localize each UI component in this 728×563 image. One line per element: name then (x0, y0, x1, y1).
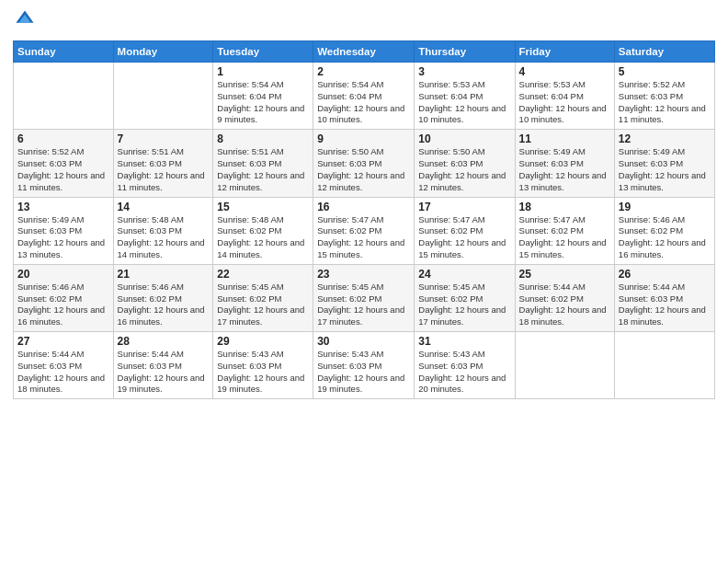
header-tuesday: Tuesday (213, 41, 313, 63)
day-number: 9 (317, 132, 410, 145)
day-number: 30 (317, 335, 410, 348)
day-info: Sunrise: 5:46 AM Sunset: 6:02 PM Dayligh… (118, 282, 210, 328)
day-info: Sunrise: 5:51 AM Sunset: 6:03 PM Dayligh… (118, 146, 210, 193)
calendar-cell: 16Sunrise: 5:47 AM Sunset: 6:02 PM Dayli… (313, 197, 415, 264)
day-number: 6 (17, 132, 109, 145)
header-saturday: Saturday (614, 41, 714, 63)
header-friday: Friday (515, 41, 614, 63)
calendar-cell: 26Sunrise: 5:44 AM Sunset: 6:03 PM Dayli… (614, 264, 714, 331)
calendar-cell: 25Sunrise: 5:44 AM Sunset: 6:02 PM Dayli… (515, 264, 614, 331)
calendar-cell: 21Sunrise: 5:46 AM Sunset: 6:02 PM Dayli… (113, 264, 213, 331)
day-number: 23 (317, 268, 410, 281)
calendar-cell: 31Sunrise: 5:43 AM Sunset: 6:03 PM Dayli… (415, 332, 515, 399)
day-info: Sunrise: 5:48 AM Sunset: 6:02 PM Dayligh… (217, 214, 309, 261)
logo (13, 9, 37, 33)
day-info: Sunrise: 5:50 AM Sunset: 6:03 PM Dayligh… (418, 146, 510, 193)
day-info: Sunrise: 5:54 AM Sunset: 6:04 PM Dayligh… (317, 79, 410, 126)
day-info: Sunrise: 5:45 AM Sunset: 6:02 PM Dayligh… (217, 282, 309, 328)
day-number: 17 (418, 201, 510, 213)
calendar-header-row: SundayMondayTuesdayWednesdayThursdayFrid… (14, 41, 715, 63)
day-info: Sunrise: 5:49 AM Sunset: 6:03 PM Dayligh… (619, 146, 711, 193)
calendar-cell: 23Sunrise: 5:45 AM Sunset: 6:02 PM Dayli… (313, 264, 415, 331)
day-number: 1 (217, 65, 309, 78)
calendar-cell (515, 332, 614, 399)
header-wednesday: Wednesday (313, 41, 415, 63)
day-number: 25 (519, 268, 610, 281)
day-info: Sunrise: 5:44 AM Sunset: 6:03 PM Dayligh… (619, 282, 711, 328)
calendar-cell: 30Sunrise: 5:43 AM Sunset: 6:03 PM Dayli… (313, 332, 415, 399)
day-number: 31 (418, 335, 510, 348)
day-number: 11 (519, 132, 610, 145)
calendar-cell: 13Sunrise: 5:49 AM Sunset: 6:03 PM Dayli… (14, 197, 114, 264)
calendar-week-2: 6Sunrise: 5:52 AM Sunset: 6:03 PM Daylig… (14, 130, 715, 197)
page-header (13, 9, 715, 33)
calendar-cell: 1Sunrise: 5:54 AM Sunset: 6:04 PM Daylig… (213, 63, 313, 130)
day-info: Sunrise: 5:47 AM Sunset: 6:02 PM Dayligh… (519, 214, 610, 261)
day-number: 7 (118, 132, 210, 145)
calendar-cell: 20Sunrise: 5:46 AM Sunset: 6:02 PM Dayli… (14, 264, 114, 331)
calendar-cell: 17Sunrise: 5:47 AM Sunset: 6:02 PM Dayli… (415, 197, 515, 264)
day-info: Sunrise: 5:46 AM Sunset: 6:02 PM Dayligh… (619, 214, 711, 261)
day-info: Sunrise: 5:54 AM Sunset: 6:04 PM Dayligh… (217, 79, 309, 126)
day-number: 5 (619, 65, 711, 78)
day-number: 14 (118, 201, 210, 213)
calendar-cell: 22Sunrise: 5:45 AM Sunset: 6:02 PM Dayli… (213, 264, 313, 331)
day-info: Sunrise: 5:46 AM Sunset: 6:02 PM Dayligh… (17, 282, 109, 328)
calendar-cell (113, 63, 213, 130)
day-info: Sunrise: 5:45 AM Sunset: 6:02 PM Dayligh… (418, 282, 510, 328)
calendar-cell: 3Sunrise: 5:53 AM Sunset: 6:04 PM Daylig… (415, 63, 515, 130)
day-info: Sunrise: 5:50 AM Sunset: 6:03 PM Dayligh… (317, 146, 410, 193)
calendar-cell: 14Sunrise: 5:48 AM Sunset: 6:03 PM Dayli… (113, 197, 213, 264)
calendar-cell: 2Sunrise: 5:54 AM Sunset: 6:04 PM Daylig… (313, 63, 415, 130)
day-info: Sunrise: 5:51 AM Sunset: 6:03 PM Dayligh… (217, 146, 309, 193)
calendar-week-5: 27Sunrise: 5:44 AM Sunset: 6:03 PM Dayli… (14, 332, 715, 399)
day-info: Sunrise: 5:44 AM Sunset: 6:02 PM Dayligh… (519, 282, 610, 328)
calendar-cell: 4Sunrise: 5:53 AM Sunset: 6:04 PM Daylig… (515, 63, 614, 130)
calendar-cell: 24Sunrise: 5:45 AM Sunset: 6:02 PM Dayli… (415, 264, 515, 331)
calendar-cell (14, 63, 114, 130)
day-number: 3 (418, 65, 510, 78)
day-number: 10 (418, 132, 510, 145)
calendar-cell: 8Sunrise: 5:51 AM Sunset: 6:03 PM Daylig… (213, 130, 313, 197)
header-thursday: Thursday (415, 41, 515, 63)
day-info: Sunrise: 5:45 AM Sunset: 6:02 PM Dayligh… (317, 282, 410, 328)
header-monday: Monday (113, 41, 213, 63)
calendar-cell: 6Sunrise: 5:52 AM Sunset: 6:03 PM Daylig… (14, 130, 114, 197)
calendar-cell: 10Sunrise: 5:50 AM Sunset: 6:03 PM Dayli… (415, 130, 515, 197)
day-info: Sunrise: 5:43 AM Sunset: 6:03 PM Dayligh… (418, 349, 510, 396)
day-number: 4 (519, 65, 610, 78)
day-number: 2 (317, 65, 410, 78)
day-number: 20 (17, 268, 109, 281)
day-number: 29 (217, 335, 309, 348)
day-info: Sunrise: 5:44 AM Sunset: 6:03 PM Dayligh… (118, 349, 210, 396)
calendar-cell: 28Sunrise: 5:44 AM Sunset: 6:03 PM Dayli… (113, 332, 213, 399)
day-info: Sunrise: 5:48 AM Sunset: 6:03 PM Dayligh… (118, 214, 210, 261)
calendar-week-3: 13Sunrise: 5:49 AM Sunset: 6:03 PM Dayli… (14, 197, 715, 264)
calendar-week-4: 20Sunrise: 5:46 AM Sunset: 6:02 PM Dayli… (14, 264, 715, 331)
calendar-week-1: 1Sunrise: 5:54 AM Sunset: 6:04 PM Daylig… (14, 63, 715, 130)
calendar-cell: 18Sunrise: 5:47 AM Sunset: 6:02 PM Dayli… (515, 197, 614, 264)
logo-icon (15, 9, 35, 29)
day-number: 18 (519, 201, 610, 213)
day-number: 12 (619, 132, 711, 145)
calendar-cell: 19Sunrise: 5:46 AM Sunset: 6:02 PM Dayli… (614, 197, 714, 264)
calendar-cell: 29Sunrise: 5:43 AM Sunset: 6:03 PM Dayli… (213, 332, 313, 399)
day-number: 13 (17, 201, 109, 213)
calendar-cell: 15Sunrise: 5:48 AM Sunset: 6:02 PM Dayli… (213, 197, 313, 264)
day-number: 21 (118, 268, 210, 281)
day-info: Sunrise: 5:49 AM Sunset: 6:03 PM Dayligh… (519, 146, 610, 193)
day-number: 22 (217, 268, 309, 281)
day-number: 8 (217, 132, 309, 145)
day-info: Sunrise: 5:47 AM Sunset: 6:02 PM Dayligh… (418, 214, 510, 261)
calendar-cell: 27Sunrise: 5:44 AM Sunset: 6:03 PM Dayli… (14, 332, 114, 399)
day-number: 27 (17, 335, 109, 348)
day-info: Sunrise: 5:44 AM Sunset: 6:03 PM Dayligh… (17, 349, 109, 396)
day-info: Sunrise: 5:43 AM Sunset: 6:03 PM Dayligh… (317, 349, 410, 396)
day-number: 24 (418, 268, 510, 281)
header-sunday: Sunday (14, 41, 114, 63)
calendar-cell: 9Sunrise: 5:50 AM Sunset: 6:03 PM Daylig… (313, 130, 415, 197)
calendar-cell: 7Sunrise: 5:51 AM Sunset: 6:03 PM Daylig… (113, 130, 213, 197)
day-info: Sunrise: 5:52 AM Sunset: 6:03 PM Dayligh… (17, 146, 109, 193)
day-info: Sunrise: 5:52 AM Sunset: 6:03 PM Dayligh… (619, 79, 711, 126)
day-info: Sunrise: 5:53 AM Sunset: 6:04 PM Dayligh… (418, 79, 510, 126)
